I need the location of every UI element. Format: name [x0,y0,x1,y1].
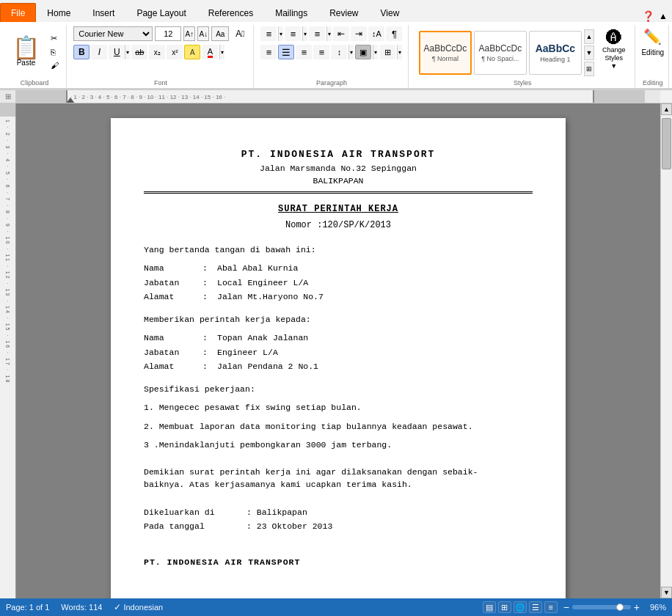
document-header: PT. INDONESIA AIR TRANSPORT Jalan Marsma… [144,147,533,187]
tab-view[interactable]: View [370,3,411,22]
styles-scroll-down[interactable]: ▼ [584,45,594,60]
scroll-down-button[interactable]: ▼ [661,587,672,598]
decrease-indent-button[interactable]: ⇤ [333,26,349,41]
sort-button[interactable]: ↕A [368,26,384,41]
outline-button[interactable]: ☰ [529,601,542,613]
scroll-track[interactable] [661,115,672,587]
bullets-dropdown[interactable]: ▾ [278,26,283,41]
multilevel-dropdown[interactable]: ▾ [326,26,332,41]
styles-scroll-up[interactable]: ▲ [584,29,594,44]
tab-file[interactable]: File [0,3,36,22]
change-styles-button[interactable]: 🅐 ChangeStyles ▼ [599,26,629,81]
language-indicator[interactable]: ✓ Indonesian [114,602,163,612]
line-spacing-button[interactable]: ↕ [331,45,347,59]
text-effects-button[interactable]: A⃝ [233,27,247,40]
recipient-jabatan-label: Jabatan [144,346,202,359]
tab-references[interactable]: References [197,3,264,22]
font-name-select[interactable]: Courier New [73,26,153,41]
format-painter-button[interactable]: 🖌 [48,59,62,71]
page-area: PT. INDONESIA AIR TRANSPORT Jalan Marsma… [16,103,660,598]
tab-insert[interactable]: Insert [81,3,125,22]
strikethrough-button[interactable]: ab [131,45,147,59]
italic-button[interactable]: I [91,45,107,59]
zoom-slider[interactable] [572,605,631,609]
cut-button[interactable]: ✂ [48,32,62,45]
shading-dropdown[interactable]: ▾ [373,45,378,59]
vertical-scrollbar[interactable]: ▲ ▼ [660,103,672,598]
underline-button[interactable]: U [109,45,125,59]
numbering-button[interactable]: ≡ [285,26,301,41]
shading-button[interactable]: ▣ [355,45,371,59]
font-color-button[interactable]: A [202,45,218,59]
change-styles-label: ChangeStyles ▼ [602,46,626,70]
font-format-row: B I U ▾ ab x₂ x² A A ▾ [73,45,247,59]
paste-button[interactable]: 📋 Paste [7,34,45,69]
opening-text: Yang bertanda tangan di bawah ini: [144,243,533,256]
zoom-out-button[interactable]: − [563,601,569,613]
editing-group: ✏️ Editing Editing [637,25,669,88]
spec-title: Spesifikasi pekerjaan: [144,383,533,395]
change-styles-icon: 🅐 [606,30,622,46]
style-normal[interactable]: AaBbCcDc ¶ Normal [419,31,472,75]
zoom-in-button[interactable]: + [634,601,640,613]
editing-label-bar: Editing [637,79,668,87]
print-layout-button[interactable]: ▤ [483,601,496,613]
font-grow-button[interactable]: A↑ [183,26,195,41]
bold-button[interactable]: B [73,45,90,59]
underline-dropdown[interactable]: ▾ [125,45,130,59]
paragraph-group: ≡ ▾ ≡ ▾ ≡ ▾ ⇤ ⇥ ↕A ¶ ≡ ☰ ≡ ≡ ↕ ▾ [255,25,409,88]
align-right-button[interactable]: ≡ [296,45,312,59]
multilevel-button[interactable]: ≡ [309,26,325,41]
font-shrink-button[interactable]: A↓ [197,26,209,41]
help-icon[interactable]: ❓ [642,10,654,22]
minimize-icon[interactable]: ▲ [659,11,668,21]
tab-review[interactable]: Review [318,3,369,22]
copy-button[interactable]: ⎘ [48,46,62,58]
company-city: BALIKPAPAN [144,175,533,187]
style-no-spacing[interactable]: AaBbCcDc ¶ No Spaci... [474,31,527,75]
font-group: Courier New A↑ A↓ Aa A⃝ B I U ▾ ab [68,25,254,88]
recipient-jabatan-row: Jabatan : Engineer L/A [144,346,533,359]
subscript-button[interactable]: x₂ [149,45,165,59]
issued-row: Dikeluarkan di : Balikpapan [144,506,533,518]
numbering-dropdown[interactable]: ▾ [302,26,307,41]
scroll-up-button[interactable]: ▲ [661,103,672,115]
line-spacing-dropdown[interactable]: ▾ [348,45,354,59]
show-formatting-button[interactable]: ¶ [386,26,402,41]
recipient-info: Nama : Topan Anak Jalanan Jabatan : Engi… [144,331,533,373]
bullets-button[interactable]: ≡ [260,26,277,41]
recipient-name-value: Topan Anak Jalanan [217,331,533,344]
zoom-level[interactable]: 96% [643,603,666,612]
clear-format-button[interactable]: Aa [211,26,229,41]
view-buttons: ▤ ⊞ 🌐 ☰ ≡ [483,601,558,613]
scroll-thumb[interactable] [662,118,671,169]
text-highlight-button[interactable]: A [184,45,200,59]
tab-page-layout[interactable]: Page Layout [125,3,197,22]
align-left-button[interactable]: ≡ [260,45,277,59]
full-reading-button[interactable]: ⊞ [498,601,511,613]
doc-number: Nomor :120/SP/K/2013 [144,219,533,232]
tab-home[interactable]: Home [36,3,81,22]
draft-button[interactable]: ≡ [544,601,558,613]
web-layout-button[interactable]: 🌐 [514,601,527,613]
align-center-button[interactable]: ☰ [278,45,294,59]
font-size-input[interactable] [155,26,181,41]
borders-dropdown[interactable]: ▾ [397,45,402,59]
styles-more[interactable]: ⊞ [584,62,594,76]
issued-value: : Balikpapan [246,506,307,518]
tab-mailings[interactable]: Mailings [264,3,318,22]
increase-indent-button[interactable]: ⇥ [351,26,367,41]
font-color-dropdown[interactable]: ▾ [219,45,224,59]
style-heading1[interactable]: AaBbCc Heading 1 [529,31,582,75]
spec-item-1: 1. Mengecec pesawat fix swing setiap bul… [144,401,533,414]
word-count: Words: 114 [61,603,102,612]
editing-content: ✏️ Editing [641,28,664,67]
tab-stop[interactable] [66,96,75,103]
style-nospace-preview: AaBbCcDc [479,43,522,54]
document-page[interactable]: PT. INDONESIA AIR TRANSPORT Jalan Marsma… [111,118,566,598]
superscript-button[interactable]: x² [167,45,183,59]
ribbon-content: 📋 Paste ✂ ⎘ 🖌 Clipboard Courier New [0,22,672,89]
justify-button[interactable]: ≡ [313,45,329,59]
borders-button[interactable]: ⊞ [379,45,395,59]
font-label: Font [68,79,253,87]
